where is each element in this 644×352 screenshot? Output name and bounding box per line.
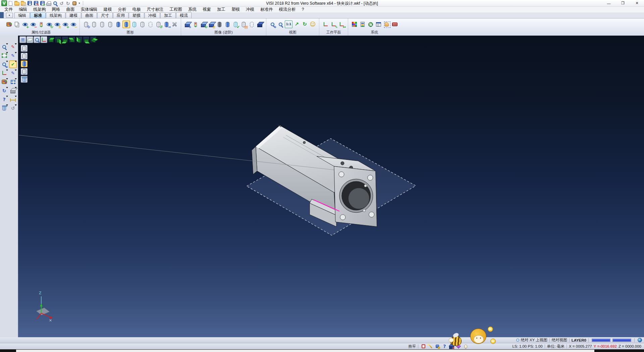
hide-all-icon[interactable]: − bbox=[69, 20, 77, 28]
body-transparent-icon[interactable] bbox=[130, 20, 138, 28]
qat-dropdown-icon[interactable]: ▼ bbox=[77, 2, 82, 4]
solid-dark-icon[interactable] bbox=[216, 20, 223, 28]
save-icon[interactable] bbox=[27, 0, 33, 6]
menu-item[interactable]: 尺寸标注 bbox=[144, 7, 167, 12]
image-refresh-icon[interactable]: ↻ bbox=[200, 20, 207, 28]
hide-entities-icon[interactable]: − bbox=[29, 20, 37, 28]
new-file-icon[interactable] bbox=[8, 0, 13, 6]
body-hidden-line-icon[interactable] bbox=[139, 20, 146, 28]
ribbon-tab[interactable]: 曲面 bbox=[82, 12, 97, 18]
view-cube-bottom-icon[interactable] bbox=[83, 36, 90, 43]
view-cube-iso-icon[interactable] bbox=[90, 36, 97, 43]
workplane-align-icon[interactable]: ↔ bbox=[338, 20, 345, 28]
ribbon-tab[interactable]: 编辑 bbox=[14, 12, 30, 18]
system-settings-icon[interactable] bbox=[367, 20, 374, 28]
status-clamp-icon[interactable] bbox=[420, 343, 426, 349]
ribbon-tab[interactable]: 标准 bbox=[30, 12, 46, 18]
close-button[interactable]: ✕ bbox=[630, 0, 644, 6]
status-lock-label[interactable]: 拴牢 bbox=[408, 344, 416, 349]
help-question-icon[interactable]: ? bbox=[0, 95, 8, 103]
ribbon-tab[interactable]: 应用 bbox=[113, 12, 128, 18]
macro-stamp-icon[interactable] bbox=[71, 0, 77, 6]
color-settings-icon[interactable] bbox=[351, 20, 358, 28]
preview-icon[interactable] bbox=[52, 0, 58, 6]
view-cube-front-icon[interactable] bbox=[55, 36, 61, 43]
solid-cube-icon[interactable] bbox=[9, 87, 17, 94]
preview-lens-icon[interactable] bbox=[0, 43, 8, 51]
view-axis-icon[interactable] bbox=[41, 36, 47, 43]
selection-frame-icon[interactable] bbox=[0, 52, 8, 59]
menu-item[interactable]: 标准件 bbox=[257, 7, 276, 12]
status-search-icon[interactable] bbox=[515, 338, 521, 343]
image-toggle-icon[interactable]: ± bbox=[208, 20, 215, 28]
copy-body-icon[interactable]: → bbox=[163, 20, 170, 28]
graphics-settings-icon[interactable] bbox=[171, 20, 178, 28]
preferences-window-icon[interactable] bbox=[375, 20, 382, 28]
window-panes-icon[interactable] bbox=[9, 78, 17, 86]
body-style-2-icon[interactable] bbox=[98, 20, 106, 28]
menu-item[interactable]: 网格 bbox=[49, 7, 63, 12]
menu-item[interactable]: 模流分析 bbox=[276, 7, 299, 12]
body-style-3-icon[interactable] bbox=[106, 20, 114, 28]
solid-blue-icon[interactable] bbox=[224, 20, 231, 28]
dynamic-pan-icon[interactable]: ↗ bbox=[293, 20, 301, 28]
undo-arrow-icon[interactable]: ↺ bbox=[9, 104, 17, 112]
image-filter-icon[interactable] bbox=[192, 20, 199, 28]
3d-viewport[interactable]: Z ✕ ≡ bbox=[18, 36, 644, 337]
menu-item[interactable]: 系统 bbox=[185, 7, 200, 12]
status-view-mode[interactable]: 绝对 XY 上视图 bbox=[521, 338, 547, 343]
menu-item[interactable]: 冲模 bbox=[243, 7, 257, 12]
undo-icon[interactable]: ↺ bbox=[59, 0, 64, 6]
menu-item[interactable]: 编辑 bbox=[16, 7, 30, 12]
menu-item[interactable]: 电极 bbox=[129, 7, 144, 12]
view-orient-icon[interactable]: ☺ bbox=[309, 20, 317, 28]
selection-filter-icon[interactable] bbox=[37, 20, 45, 28]
confirm-check-icon[interactable]: ✔ bbox=[9, 60, 17, 68]
save-all-icon[interactable]: + bbox=[40, 0, 45, 6]
solid-wire-icon[interactable] bbox=[248, 20, 256, 28]
ribbon-tab[interactable]: 建模 bbox=[66, 12, 81, 18]
dimension-line-icon[interactable] bbox=[9, 95, 17, 103]
menu-item[interactable]: 塑模 bbox=[228, 7, 243, 12]
body-shaded-icon[interactable] bbox=[114, 20, 122, 28]
solid-sheet-icon[interactable]: ▤ bbox=[240, 20, 248, 28]
show-entities-icon[interactable]: + bbox=[21, 20, 29, 28]
body-item-3-icon[interactable] bbox=[21, 68, 28, 75]
menu-item[interactable]: 分析 bbox=[115, 7, 129, 12]
view-cube-right-icon[interactable] bbox=[76, 36, 83, 43]
menu-item[interactable]: 文件 bbox=[1, 7, 16, 12]
view-zoom-icon[interactable] bbox=[34, 36, 40, 43]
calculator-icon[interactable] bbox=[359, 20, 366, 28]
redo-icon[interactable]: ↻ bbox=[65, 0, 71, 6]
pencil-ellipse-icon[interactable]: ✎ bbox=[9, 52, 17, 59]
status-layer[interactable]: LAYER0 bbox=[572, 338, 586, 342]
ribbon-tab[interactable]: 加工 bbox=[160, 12, 176, 18]
refresh-visibility-icon[interactable]: ↻ bbox=[45, 20, 53, 28]
menu-item[interactable]: ? bbox=[299, 7, 307, 12]
zoom-1to1-icon[interactable]: 1:1 bbox=[285, 20, 292, 28]
pencil-spline-icon[interactable]: ✎ bbox=[9, 69, 17, 77]
status-view-ref[interactable]: 绝对视图 bbox=[552, 338, 567, 343]
menu-item[interactable]: 线架构 bbox=[30, 7, 49, 12]
copy-attributes-icon[interactable] bbox=[13, 20, 21, 28]
tab-dropdown-button[interactable]: ▼ bbox=[6, 13, 13, 18]
menu-item[interactable]: 加工 bbox=[214, 7, 228, 12]
body-wireframe-icon[interactable] bbox=[147, 20, 154, 28]
view-cube-back-icon[interactable] bbox=[62, 36, 68, 43]
status-help-icon[interactable]: ? bbox=[441, 343, 447, 349]
image-add-icon[interactable]: + bbox=[183, 20, 191, 28]
status-wand-icon[interactable] bbox=[427, 343, 433, 349]
open-file-icon[interactable] bbox=[14, 0, 20, 6]
body-style-1-icon[interactable] bbox=[90, 20, 98, 28]
zoom-all-icon[interactable] bbox=[277, 20, 284, 28]
shaded-cube-icon[interactable] bbox=[256, 20, 264, 28]
refresh-graphics-icon[interactable]: ↻ bbox=[82, 20, 90, 28]
view-cube-left-icon[interactable] bbox=[69, 36, 75, 43]
status-units[interactable]: 单位: 毫米 bbox=[547, 344, 565, 349]
body-item-2-icon[interactable] bbox=[21, 53, 28, 59]
ribbon-tab[interactable]: 线架构 bbox=[46, 12, 65, 18]
view-plane-icon[interactable] bbox=[26, 36, 33, 43]
view-menu-icon[interactable]: ≡ bbox=[19, 36, 26, 43]
body-item-active-icon[interactable] bbox=[21, 60, 28, 67]
layer-palette-icon[interactable] bbox=[0, 78, 8, 86]
